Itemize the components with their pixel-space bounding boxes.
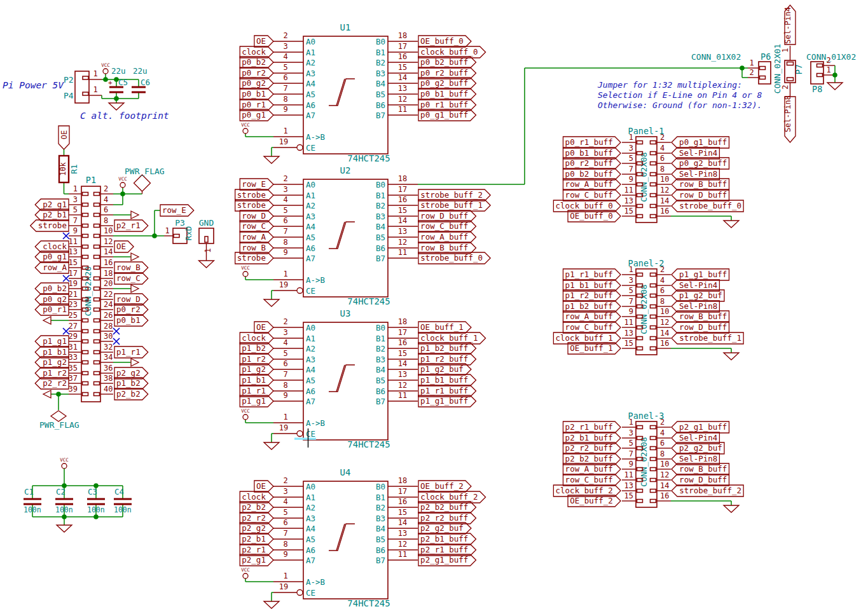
net-label-p2_g2[interactable]: p2_g2	[240, 523, 273, 534]
net-label-p1_b1_buff[interactable]: p1_b1_buff	[563, 280, 621, 291]
net-label-p2_r1[interactable]: p2_r1	[240, 544, 273, 556]
connector-Panel-2[interactable]: Panel-2CONN_02X0813579111315246810121416	[622, 258, 671, 355]
net-label-row_D[interactable]: row_D	[240, 210, 273, 222]
net-label-strobe_buff_0[interactable]: strobe_buff_0	[418, 252, 490, 264]
cap-c1[interactable]: C1100n	[24, 487, 41, 514]
net-label-row_C_buff[interactable]: row_C_buff	[563, 322, 621, 333]
net-label-p1_b1[interactable]: p1_b1	[35, 346, 69, 358]
net-label-p1_g1[interactable]: p1_g1	[35, 336, 69, 347]
net-label-p1_r2[interactable]: p1_r2	[240, 353, 273, 365]
net-label-Sel-Pin4-vertical[interactable]: Sel-Pin4	[783, 5, 796, 44]
net-label-p0_r2_buff[interactable]: p0_r2_buff	[563, 158, 621, 169]
net-label-strobe[interactable]: strobe	[235, 200, 273, 211]
pwr-flag[interactable]: PWR_FLAG	[125, 167, 165, 191]
net-label-p0_b2[interactable]: p0_b2	[35, 283, 69, 294]
net-label-OE_buff_1[interactable]: OE_buff_1	[418, 322, 471, 333]
cap-c2[interactable]: C2100n	[55, 487, 73, 514]
net-label-p2_g1[interactable]: p2_g1	[35, 199, 69, 210]
net-label-OE-vertical[interactable]: OE	[59, 126, 69, 149]
net-label-clock_buff_0[interactable]: clock_buff_0	[418, 46, 486, 58]
net-label-p1_g2_buf[interactable]: p1_g2_buf	[418, 364, 471, 375]
net-label-OE_buff_2[interactable]: OE_buff_2	[568, 495, 621, 507]
net-label-p2_r1_buff[interactable]: p2_r1_buff	[563, 421, 621, 433]
net-label-strobe[interactable]: strobe	[235, 189, 273, 201]
net-label-p0_g1[interactable]: p0_g1	[240, 109, 273, 121]
net-label-clock[interactable]: clock	[240, 332, 273, 344]
net-label-p2_b2[interactable]: p2_b2	[114, 388, 148, 400]
empty-arrow-label[interactable]	[131, 211, 139, 219]
net-label-p2_g1[interactable]: p2_g1	[240, 554, 273, 566]
net-label-row_A_buff[interactable]: row_A_buff	[563, 311, 621, 322]
net-label-p2_r2[interactable]: p2_r2	[35, 378, 69, 389]
net-label-row_D[interactable]: row_D	[114, 294, 148, 305]
net-label-row_A_buff[interactable]: row_A_buff	[563, 463, 621, 475]
net-label-clock[interactable]: clock	[240, 46, 273, 58]
net-label-clock[interactable]: clock	[240, 491, 273, 503]
net-label-row_C[interactable]: row_C	[240, 221, 273, 232]
net-label-OE_buff_1[interactable]: OE_buff_1	[568, 343, 621, 354]
net-label-p0_b1[interactable]: p0_b1	[114, 315, 148, 326]
net-label-strobe_buff_2[interactable]: strobe_buff_2	[418, 189, 490, 201]
cap-c5[interactable]: +C522u	[108, 66, 128, 92]
net-label-p2_r2_buff[interactable]: p2_r2_buff	[563, 442, 621, 454]
net-label-row_C_buff[interactable]: row_C_buff	[563, 189, 621, 201]
schematic-canvas[interactable]: Pi Power 5VP2P411VCC+C522uC622uC alt. fo…	[0, 0, 861, 616]
net-label-p0_b1_buff[interactable]: p0_b1_buff	[563, 147, 621, 159]
wires-decoupling[interactable]	[32, 469, 123, 525]
connector-gnd[interactable]: GND1	[199, 218, 214, 268]
wires-U4[interactable]	[245, 578, 273, 601]
vcc-symbol[interactable]: VCC	[241, 122, 250, 133]
pwr-flag[interactable]: PWR_FLAG	[39, 411, 79, 430]
net-label-OE[interactable]: OE	[114, 241, 134, 252]
cap-c3[interactable]: C3100n	[87, 487, 105, 514]
net-label-strobe_buff_0[interactable]: strobe_buff_0	[672, 200, 743, 212]
net-label-row_D_buff[interactable]: row_D_buff	[672, 474, 729, 486]
net-label-p1_g1_buff[interactable]: p1_g1_buff	[418, 395, 476, 407]
net-label-p0_b2_buff[interactable]: p0_b2_buff	[418, 57, 476, 68]
net-label-p1_g2[interactable]: p1_g2	[35, 357, 69, 368]
connector-p8[interactable]: CONN_01X02P821	[806, 52, 856, 94]
vcc-symbol[interactable]: VCC	[118, 176, 127, 188]
net-label-row_D_buff[interactable]: row_D_buff	[418, 210, 476, 222]
empty-arrow-label[interactable]	[131, 285, 139, 292]
net-label-p2_b1_buff[interactable]: p2_b1_buff	[563, 432, 621, 444]
net-label-OE[interactable]: OE	[254, 322, 273, 333]
connector-Panel-3[interactable]: Panel-3CONN_02X0813579111315246810121416	[622, 411, 671, 507]
wire-p1-l39[interactable]	[51, 394, 69, 410]
vcc-symbol[interactable]: VCC	[60, 457, 69, 469]
net-label-OE[interactable]: OE	[254, 36, 273, 47]
connector-p7[interactable]: CONN_02X01P712	[773, 44, 804, 97]
net-label-p0_g2_buff[interactable]: p0_g2_buff	[672, 158, 729, 169]
cap-c4[interactable]: C4100n	[114, 487, 132, 514]
ic-U4[interactable]: U474HCT2452A03A14A25A36A47A58A69A718B017…	[273, 467, 418, 608]
empty-arrow-label[interactable]	[43, 390, 51, 398]
net-label-p1_r1[interactable]: p1_r1	[114, 346, 148, 358]
net-label-p1_r2[interactable]: p1_r2	[35, 367, 69, 379]
vcc-symbol[interactable]: VCC	[241, 265, 250, 277]
note-c-alt[interactable]: C alt. footprint	[80, 111, 169, 121]
net-label-p1_b2[interactable]: p1_b2	[240, 343, 273, 354]
net-label-Sel-Pin4[interactable]: Sel-Pin4	[672, 432, 719, 444]
net-label-p0_r2_buff[interactable]: p0_r2_buff	[418, 67, 476, 79]
net-label-p1_b2_buff[interactable]: p1_b2_buff	[418, 343, 476, 354]
net-label-p2_b2_buff[interactable]: p2_b2_buff	[563, 453, 621, 465]
net-label-p2_r1[interactable]: p2_r1	[114, 220, 148, 231]
vcc-symbol[interactable]: VCC	[101, 62, 110, 74]
wire-Panel-2-gnd[interactable]	[671, 348, 731, 353]
wire-Panel-1-gnd[interactable]	[671, 216, 731, 221]
net-label-p2_g2[interactable]: p2_g2	[114, 367, 148, 379]
wires-U1[interactable]	[245, 133, 273, 156]
net-label-p1_b2[interactable]: p1_b2	[114, 378, 148, 389]
wires-U3[interactable]	[245, 420, 273, 442]
net-label-clock_buff_1[interactable]: clock_buff_1	[418, 332, 486, 344]
net-label-p2_b1_buff[interactable]: p2_b1_buff	[418, 533, 476, 545]
ic-U2[interactable]: U274HCT2452A03A14A25A36A47A58A69A718B017…	[273, 165, 418, 306]
net-label-strobe_buff_1[interactable]: strobe_buff_1	[418, 200, 490, 211]
net-label-p1_g1[interactable]: p1_g1	[240, 395, 273, 407]
net-label-p2_b2_buff[interactable]: p2_b2_buff	[418, 502, 476, 513]
net-label-p1_r1_buff[interactable]: p1_r1_buff	[563, 269, 621, 280]
net-label-row_B_buff[interactable]: row_B_buff	[672, 311, 729, 322]
net-label-p0_g1_buff[interactable]: p0_g1_buff	[672, 137, 729, 148]
net-label-strobe_buff_1[interactable]: strobe_buff_1	[672, 332, 743, 344]
vcc-symbol[interactable]: VCC	[241, 567, 250, 578]
